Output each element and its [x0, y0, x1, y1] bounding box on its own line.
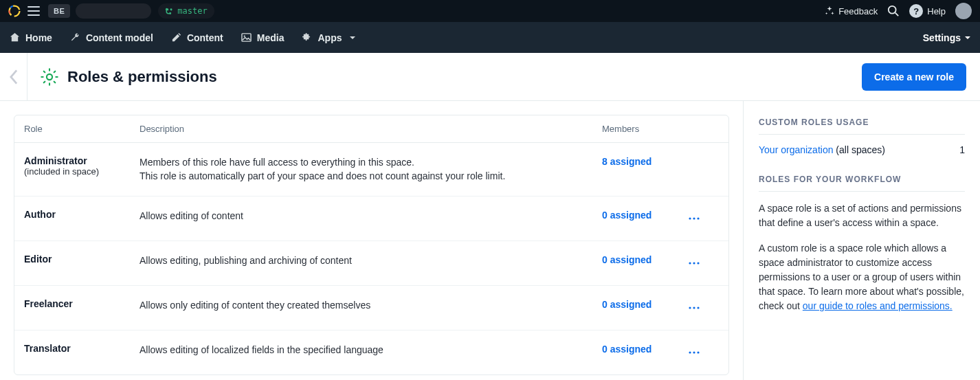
pencil-icon [171, 32, 181, 43]
puzzle-icon [302, 32, 312, 43]
page-header: Roles & permissions Create a new role [0, 53, 980, 101]
help-icon: ? [909, 4, 923, 18]
git-branch-icon [165, 7, 173, 15]
row-actions-button[interactable] [684, 343, 704, 362]
avatar[interactable] [955, 3, 972, 19]
app-logo-icon [8, 5, 21, 17]
org-line: Your organization (all spaces) [759, 144, 885, 155]
svg-point-7 [47, 74, 52, 79]
sparkle-icon [825, 6, 834, 16]
svg-point-12 [693, 262, 695, 264]
help-link[interactable]: ? Help [909, 4, 946, 18]
svg-point-15 [693, 306, 695, 309]
more-icon [689, 306, 700, 309]
svg-point-3 [889, 6, 896, 14]
more-icon [689, 262, 700, 265]
more-icon [689, 217, 700, 220]
sidebar-paragraph: A custom role is a space role which allo… [759, 241, 965, 313]
role-name: Freelancer [24, 298, 140, 309]
svg-point-19 [697, 351, 699, 353]
role-description: Allows editing of localized fields in th… [140, 343, 602, 357]
svg-point-9 [693, 217, 695, 219]
nav-content-model[interactable]: Content model [70, 32, 153, 43]
chevron-left-icon [9, 69, 19, 85]
chevron-down-icon [350, 35, 355, 41]
role-description: This role is automatically part of your … [140, 169, 602, 183]
gear-icon [40, 67, 59, 87]
col-header-role: Role [24, 124, 140, 134]
roles-table: Role Description Members Administrator (… [14, 115, 729, 375]
svg-point-17 [689, 351, 691, 353]
wrench-icon [70, 32, 80, 43]
members-link[interactable]: 0 assigned [602, 210, 652, 221]
top-bar: BE master Feedback ? Help [0, 0, 980, 22]
table-header: Role Description Members [14, 115, 728, 143]
nav-apps[interactable]: Apps [302, 32, 355, 43]
table-row: Translator Allows editing of localized f… [14, 331, 728, 375]
nav-bar: Home Content model Content Media Apps Se… [0, 22, 980, 53]
search-button[interactable] [887, 5, 900, 17]
svg-point-8 [689, 217, 691, 219]
svg-point-13 [697, 262, 699, 264]
menu-icon[interactable] [27, 6, 40, 16]
table-row: Administrator (included in space) Member… [14, 143, 728, 197]
svg-rect-5 [242, 34, 251, 41]
page-title: Roles & permissions [67, 68, 217, 86]
branch-chip[interactable]: master [158, 3, 214, 19]
role-description: Members of this role have full access to… [140, 155, 602, 169]
svg-point-18 [693, 351, 695, 353]
role-name: Editor [24, 254, 140, 265]
home-icon [10, 32, 20, 43]
svg-point-16 [697, 306, 699, 309]
row-actions-button[interactable] [684, 209, 704, 228]
members-link[interactable]: 0 assigned [602, 344, 652, 355]
row-actions-button[interactable] [684, 254, 704, 273]
sidebar-heading-usage: CUSTOM ROLES USAGE [759, 118, 965, 135]
svg-point-11 [689, 262, 691, 264]
nav-home[interactable]: Home [10, 32, 52, 43]
role-name: Administrator [24, 155, 140, 166]
role-description: Allows editing of content [140, 209, 602, 223]
nav-content[interactable]: Content [171, 32, 223, 43]
role-name: Translator [24, 343, 140, 354]
nav-settings-label: Settings [923, 32, 961, 43]
back-button[interactable] [0, 53, 27, 101]
members-link[interactable]: 0 assigned [602, 299, 652, 310]
role-subtext: (included in space) [24, 166, 140, 177]
svg-point-10 [697, 217, 699, 219]
create-role-button[interactable]: Create a new role [862, 63, 966, 91]
org-link[interactable]: Your organization [759, 144, 833, 155]
search-icon [887, 5, 900, 17]
role-description: Allows only editing of content they crea… [140, 298, 602, 312]
table-row: Author Allows editing of content 0 assig… [14, 197, 728, 241]
role-name: Author [24, 209, 140, 220]
col-header-description: Description [140, 124, 602, 134]
feedback-label: Feedback [838, 6, 878, 16]
nav-home-label: Home [25, 32, 52, 43]
sidebar-heading-workflow: ROLES FOR YOUR WORKFLOW [759, 175, 965, 192]
table-row: Freelancer Allows only editing of conten… [14, 286, 728, 331]
space-name-pill[interactable] [76, 3, 151, 19]
feedback-link[interactable]: Feedback [825, 6, 878, 16]
space-badge[interactable]: BE [48, 4, 70, 18]
members-link[interactable]: 0 assigned [602, 254, 652, 265]
image-icon [241, 32, 252, 43]
help-label: Help [927, 6, 946, 16]
svg-point-14 [689, 306, 691, 309]
svg-point-6 [243, 36, 245, 37]
guide-link[interactable]: our guide to roles and permissions. [803, 300, 953, 311]
nav-settings[interactable]: Settings [923, 32, 970, 43]
nav-content-model-label: Content model [86, 32, 153, 43]
chevron-down-icon [965, 35, 970, 41]
row-actions-button[interactable] [684, 298, 704, 317]
nav-content-label: Content [187, 32, 223, 43]
branch-name: master [177, 6, 207, 16]
org-count: 1 [959, 144, 965, 155]
sidebar-paragraph: A space role is a set of actions and per… [759, 201, 965, 230]
org-suffix: (all spaces) [833, 144, 884, 155]
members-link[interactable]: 8 assigned [602, 156, 652, 167]
nav-apps-label: Apps [318, 32, 342, 43]
nav-media[interactable]: Media [241, 32, 285, 43]
table-row: Editor Allows editing, publishing and ar… [14, 241, 728, 286]
nav-media-label: Media [257, 32, 285, 43]
